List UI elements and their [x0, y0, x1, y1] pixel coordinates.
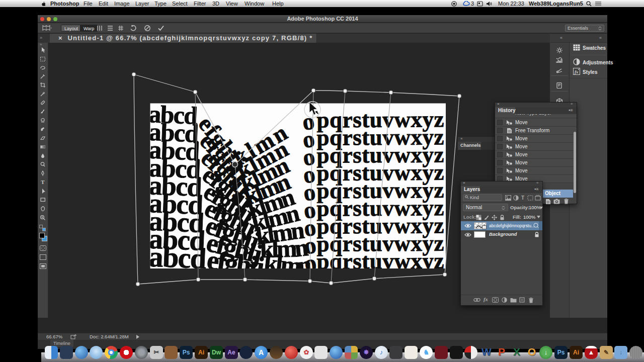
svg-text:T: T [41, 179, 45, 185]
svg-text:fx: fx [575, 69, 579, 74]
svg-text:pqrstuvwxyz: pqrstuvwxyz [316, 248, 444, 274]
